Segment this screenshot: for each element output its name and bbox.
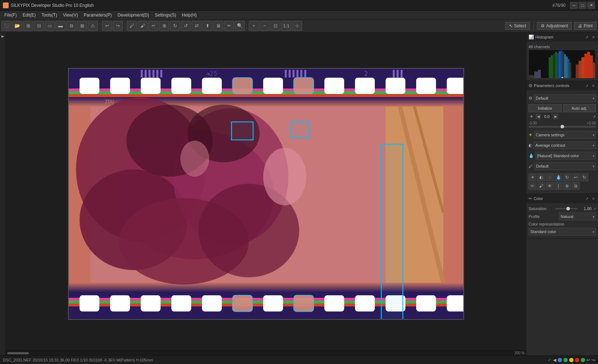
menu-file[interactable]: File(F)	[1, 11, 20, 19]
menu-edit[interactable]: Edit(E)	[20, 11, 39, 19]
select-icon: ↖	[509, 23, 513, 28]
tool-redo[interactable]: ↻	[580, 173, 588, 181]
rotate-cw[interactable]: ↻	[170, 21, 180, 31]
auto-adj-button[interactable]: Auto adj.	[563, 104, 596, 112]
restore-button[interactable]: □	[579, 2, 586, 9]
svg-rect-81	[579, 61, 581, 78]
tool-line[interactable]: |	[554, 182, 562, 190]
grid3-button[interactable]: ⊠	[77, 21, 87, 31]
menu-development[interactable]: Development(D)	[115, 11, 152, 19]
svg-rect-32	[233, 295, 252, 311]
color-icon: ✏	[529, 196, 532, 201]
minimize-button[interactable]: ─	[570, 2, 578, 9]
params-close[interactable]: ✕	[591, 83, 596, 88]
ev-left-arrow[interactable]: ◀	[536, 114, 541, 119]
svg-rect-65	[529, 75, 534, 78]
saturation-thumb[interactable]	[566, 207, 570, 210]
preset-select[interactable]: Default	[534, 94, 596, 102]
tool-clone[interactable]: ⧉	[572, 182, 580, 190]
frame2-button[interactable]: ▬	[55, 21, 66, 31]
histogram-expand[interactable]: ↗	[584, 35, 589, 40]
undo-button[interactable]: ↩	[102, 21, 112, 31]
select-button[interactable]: ↖ Select	[505, 22, 530, 30]
camera-settings-select[interactable]: Camera settings	[534, 131, 596, 139]
histogram-close[interactable]: ✕	[591, 35, 596, 40]
tool-paint[interactable]: 🖌	[537, 182, 545, 190]
open-button[interactable]: 📂	[12, 21, 22, 31]
contrast-select[interactable]: Average contrast	[534, 141, 596, 149]
paint-button[interactable]: 🖌	[138, 21, 148, 31]
tool-rotate[interactable]: ↻	[563, 173, 571, 181]
svg-rect-23	[386, 78, 405, 94]
ev-right-arrow[interactable]: ▶	[553, 114, 558, 119]
svg-rect-86	[593, 63, 595, 78]
saturation-expand[interactable]: ↗	[593, 207, 596, 211]
tool-dropper[interactable]: 💧	[554, 173, 562, 181]
color-expand[interactable]: ↗	[584, 196, 589, 201]
actual-size[interactable]: 1:1	[281, 21, 291, 31]
scroll-thumb[interactable]	[7, 352, 29, 354]
contrast-icon: ◐	[529, 143, 532, 148]
ev-slider-thumb[interactable]	[561, 125, 564, 128]
eyedropper-button[interactable]: 🖊	[127, 21, 137, 31]
menu-help[interactable]: Help(H)	[179, 11, 199, 19]
svg-rect-82	[581, 57, 584, 78]
frame-button[interactable]: ▭	[45, 21, 55, 31]
canvas-scrollbar[interactable]: 200 %	[6, 350, 526, 355]
svg-point-51	[180, 141, 209, 177]
grid2-button[interactable]: ⊟	[34, 21, 44, 31]
params-icon: ⚙	[529, 83, 532, 88]
close-button[interactable]: ✕	[587, 2, 595, 9]
menu-settings[interactable]: Settings(S)	[152, 11, 179, 19]
color-close[interactable]: ✕	[591, 196, 596, 201]
ev-slider-track[interactable]	[529, 126, 596, 128]
canvas-area[interactable]: ▌▌▌▌▌▌ ◄25 ▌▌▌▌▌▌ 2 ▌▌▌ 2DU 200 %	[6, 32, 526, 355]
ev-expand-icon[interactable]: ↗	[593, 114, 596, 119]
color-representation-select[interactable]: Standard color	[529, 228, 596, 236]
tool-dark[interactable]: ◾	[546, 173, 554, 181]
undo-status-icon[interactable]: ↩	[586, 358, 590, 363]
prev-icon[interactable]: ◀	[553, 358, 556, 363]
profile-select[interactable]: Natural	[559, 213, 596, 220]
redo-status-icon[interactable]: ↪	[592, 358, 595, 363]
initialize-button[interactable]: Initialize	[529, 104, 562, 112]
warning-button[interactable]: ⚠	[88, 21, 98, 31]
crop-button[interactable]: ✂	[148, 21, 158, 31]
tool-pen[interactable]: ✏	[529, 182, 536, 190]
menu-view[interactable]: View(V)	[60, 11, 81, 19]
svg-rect-14	[171, 78, 191, 94]
pen-button[interactable]: ✏	[224, 21, 234, 31]
saturation-slider[interactable]	[555, 208, 577, 209]
export-button[interactable]: ⬆	[202, 21, 212, 31]
grid-button[interactable]: ⊞	[23, 21, 33, 31]
print-button[interactable]: 🖨 Print	[574, 22, 597, 30]
fit-button[interactable]: ⊡	[270, 21, 280, 31]
default-select[interactable]: Default	[534, 162, 596, 170]
histogram-content: All channels	[526, 42, 598, 81]
flip-h[interactable]: ⇄	[192, 21, 202, 31]
params-expand[interactable]: ↗	[584, 83, 589, 88]
profile-label: Profile	[529, 214, 557, 219]
nav-button[interactable]: ⊹	[292, 21, 302, 31]
tool-undo[interactable]: ↩	[572, 173, 580, 181]
compare-button[interactable]: ⧉	[66, 21, 76, 31]
sidebar-toggle[interactable]: ▶	[0, 34, 5, 39]
svg-rect-20	[294, 78, 314, 94]
rotate-ccw[interactable]: ↺	[181, 21, 191, 31]
zoom-out[interactable]: −	[260, 21, 270, 31]
tool-eye[interactable]: 👁	[546, 182, 554, 190]
tool-sun[interactable]: ☀	[529, 173, 536, 181]
zoom-in[interactable]: +	[249, 21, 259, 31]
tool-stamp[interactable]: ⊕	[563, 182, 571, 190]
natural-color-select[interactable]: [Natural] Standard color	[535, 152, 596, 160]
svg-rect-17	[233, 78, 252, 94]
new-button[interactable]: ⬛	[1, 21, 12, 31]
redo-button[interactable]: ↪	[113, 21, 123, 31]
adjustment-button[interactable]: ⚙ Adjustment	[537, 22, 572, 30]
stamp-button[interactable]: ⊕	[159, 21, 169, 31]
screen-button[interactable]: 🖥	[213, 21, 223, 31]
menu-parameters[interactable]: Parameters(P)	[81, 11, 115, 19]
search-button[interactable]: 🔍	[235, 21, 245, 31]
tool-contrast[interactable]: ◐	[537, 173, 545, 181]
menu-tools[interactable]: Tools(T)	[39, 11, 60, 19]
